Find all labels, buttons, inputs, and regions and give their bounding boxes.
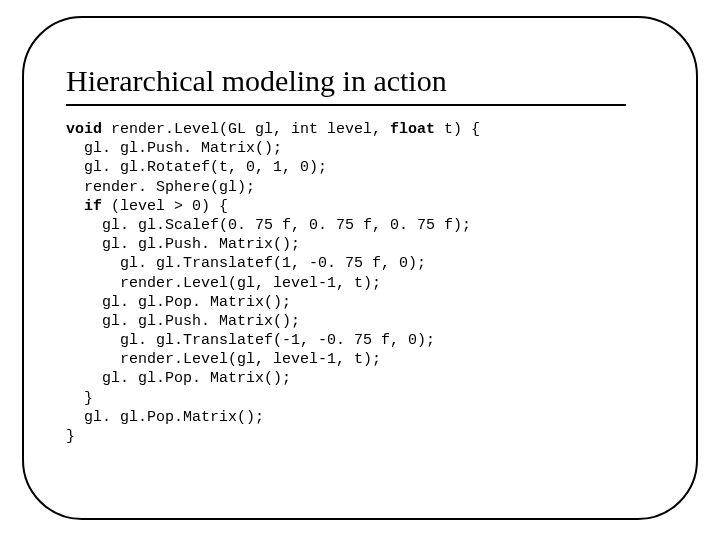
code-line: }: [66, 390, 93, 407]
code-line: gl. gl.Push. Matrix();: [66, 236, 300, 253]
code-line: gl. gl.Pop.Matrix();: [66, 409, 264, 426]
code-text: t) {: [435, 121, 480, 138]
kw-void: void: [66, 121, 102, 138]
code-line: render.Level(gl, level-1, t);: [66, 275, 381, 292]
code-line: gl. gl.Translatef(1, -0. 75 f, 0);: [66, 255, 426, 272]
kw-if: if: [84, 198, 102, 215]
slide-title: Hierarchical modeling in action: [66, 64, 682, 98]
code-line: gl. gl.Pop. Matrix();: [66, 294, 291, 311]
code-block: void render.Level(GL gl, int level, floa…: [66, 120, 682, 446]
slide: Hierarchical modeling in action void ren…: [0, 0, 720, 540]
code-line: gl. gl.Scalef(0. 75 f, 0. 75 f, 0. 75 f)…: [66, 217, 471, 234]
code-line: }: [66, 428, 75, 445]
code-text: (level > 0) {: [102, 198, 228, 215]
code-text: [66, 198, 84, 215]
code-line: render.Level(gl, level-1, t);: [66, 351, 381, 368]
code-text: render.Level(GL gl, int level,: [102, 121, 390, 138]
code-line: render. Sphere(gl);: [66, 179, 255, 196]
code-line: gl. gl.Pop. Matrix();: [66, 370, 291, 387]
code-line: gl. gl.Rotatef(t, 0, 1, 0);: [66, 159, 327, 176]
code-line: gl. gl.Push. Matrix();: [66, 140, 282, 157]
title-underline: [66, 104, 626, 106]
kw-float: float: [390, 121, 435, 138]
code-line: gl. gl.Push. Matrix();: [66, 313, 300, 330]
code-line: gl. gl.Translatef(-1, -0. 75 f, 0);: [66, 332, 435, 349]
